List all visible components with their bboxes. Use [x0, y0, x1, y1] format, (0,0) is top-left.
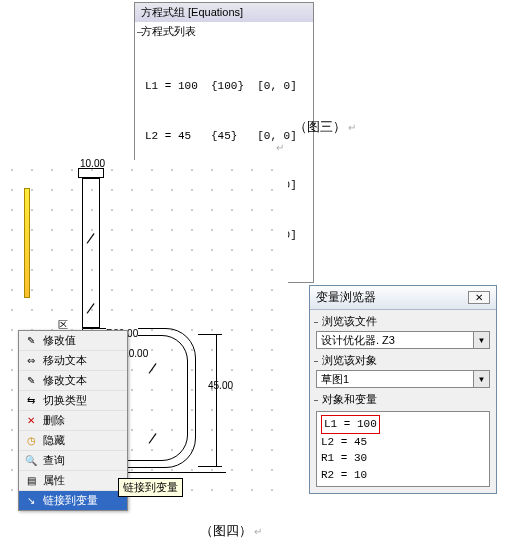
menu-item-label: 修改值 [43, 333, 76, 348]
menu-item-label: 移动文本 [43, 353, 87, 368]
close-button[interactable]: ✕ [468, 291, 490, 304]
context-menu-item[interactable]: ✎修改文本 [19, 371, 127, 391]
object-vars-label: 对象和变量 [316, 392, 490, 407]
variable-row[interactable]: L2 = 45 [321, 434, 485, 451]
dimension-45[interactable]: 45.00 [208, 380, 233, 391]
menu-item-label: 隐藏 [43, 433, 65, 448]
menu-item-icon: ⇆ [23, 394, 39, 408]
context-menu-item[interactable]: ⇆切换类型 [19, 391, 127, 411]
ext-line [198, 466, 222, 467]
menu-item-label: 修改文本 [43, 373, 87, 388]
object-input[interactable] [317, 371, 473, 387]
context-menu-item[interactable]: ⇔移动文本 [19, 351, 127, 371]
figure-3-label: （图三） [294, 118, 356, 136]
paragraph-mark: ↵ [276, 142, 284, 153]
menu-item-icon: ✎ [23, 334, 39, 348]
menu-item-icon: ↘ [23, 494, 39, 508]
menu-item-label: 属性 [43, 473, 65, 488]
figure-4-label: （图四） [200, 522, 262, 540]
context-menu-item[interactable]: ↘链接到变量 [19, 491, 127, 510]
sketch-cap [78, 168, 104, 178]
variable-browser-title-bar[interactable]: 变量浏览器 ✕ [310, 286, 496, 310]
browse-file-label: 浏览该文件 [316, 314, 490, 329]
context-menu-item[interactable]: 🔍查询 [19, 451, 127, 471]
equations-title: 方程式组 [Equations] [135, 3, 313, 22]
context-menu: ✎修改值⇔移动文本✎修改文本⇆切换类型✕删除◷隐藏🔍查询▤属性↘链接到变量 [18, 330, 128, 511]
context-menu-item[interactable]: ✎修改值 [19, 331, 127, 351]
file-select[interactable]: ▼ [316, 331, 490, 349]
context-menu-item[interactable]: ▤属性 [19, 471, 127, 491]
dimension-top[interactable]: 10.00 [80, 158, 105, 169]
equations-section-label: 方程式列表 [135, 22, 313, 41]
chevron-down-icon[interactable]: ▼ [473, 371, 489, 387]
chevron-down-icon[interactable]: ▼ [473, 332, 489, 348]
context-menu-item[interactable]: ◷隐藏 [19, 431, 127, 451]
menu-item-icon: ✕ [23, 414, 39, 428]
file-input[interactable] [317, 332, 473, 348]
menu-item-label: 查询 [43, 453, 65, 468]
menu-item-icon: ▤ [23, 474, 39, 488]
menu-item-label: 删除 [43, 413, 65, 428]
context-menu-tooltip: 链接到变量 [118, 478, 183, 497]
variable-row[interactable]: L1 = 100 [321, 415, 485, 434]
menu-item-icon: ✎ [23, 374, 39, 388]
variable-row[interactable]: R1 = 30 [321, 450, 485, 467]
variable-row[interactable]: R2 = 10 [321, 467, 485, 484]
variable-browser-title: 变量浏览器 [316, 289, 376, 306]
context-menu-item[interactable]: ✕删除 [19, 411, 127, 431]
highlight-bar [24, 188, 30, 298]
dim-vertical [216, 334, 217, 466]
menu-item-label: 链接到变量 [43, 493, 98, 508]
equation-row[interactable]: L1 = 100 {100} [0, 0] [145, 78, 307, 95]
browse-object-label: 浏览该对象 [316, 353, 490, 368]
menu-item-icon: 🔍 [23, 454, 39, 468]
menu-item-icon: ◷ [23, 434, 39, 448]
menu-item-label: 切换类型 [43, 393, 87, 408]
variable-browser-panel: 变量浏览器 ✕ 浏览该文件 ▼ 浏览该对象 ▼ 对象和变量 L1 = 100L2… [309, 285, 497, 494]
ext-line [198, 334, 222, 335]
object-select[interactable]: ▼ [316, 370, 490, 388]
variable-list: L1 = 100L2 = 45R1 = 30R2 = 10 [316, 411, 490, 487]
menu-item-icon: ⇔ [23, 354, 39, 368]
